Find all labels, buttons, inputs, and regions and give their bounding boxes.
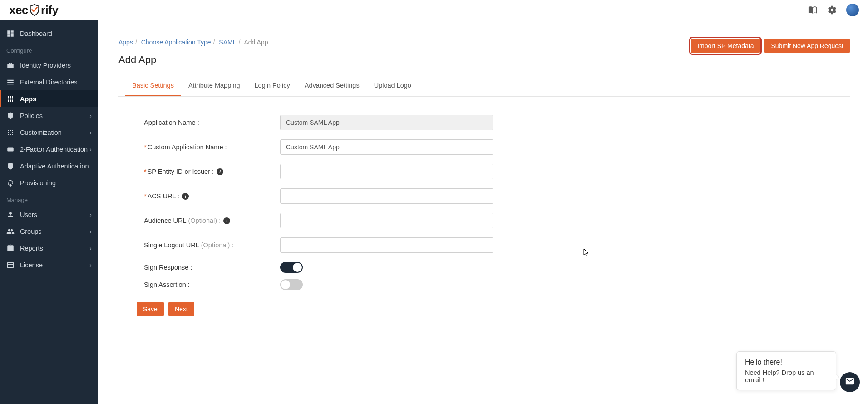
dashboard-icon [6, 30, 15, 38]
sign-response-toggle[interactable] [280, 262, 303, 273]
sp-entity-id-input[interactable] [280, 164, 493, 179]
shield-icon [29, 4, 40, 16]
sidebar-label: Provisioning [20, 179, 56, 187]
chevron-right-icon: › [89, 146, 92, 153]
application-name-input [280, 115, 493, 130]
header-actions [808, 4, 859, 16]
acs-url-label: *ACS URL :i [144, 192, 280, 200]
form-buttons: Save Next [137, 302, 850, 316]
tab-basic-settings[interactable]: Basic Settings [125, 75, 181, 96]
chevron-right-icon: › [89, 228, 92, 235]
sidebar-label: 2-Factor Authentication [20, 146, 88, 153]
import-sp-metadata-button[interactable]: Import SP Metadata [691, 39, 760, 53]
svg-rect-0 [7, 147, 14, 151]
sidebar-item-dashboard[interactable]: Dashboard [0, 25, 98, 42]
application-name-label: Application Name : [144, 119, 280, 126]
logo-text-right: rify [41, 3, 58, 17]
action-buttons: Import SP Metadata Submit New App Reques… [691, 39, 850, 53]
sidebar-label: Adaptive Authentication [20, 163, 89, 170]
mail-icon [845, 376, 855, 388]
custom-application-name-input[interactable] [280, 139, 493, 155]
avatar[interactable] [846, 4, 859, 16]
card-icon [6, 261, 15, 269]
tab-upload-logo[interactable]: Upload Logo [367, 75, 419, 96]
sidebar-label: Users [20, 211, 37, 218]
sidebar-item-users[interactable]: Users › [0, 206, 98, 223]
briefcase-icon [6, 61, 15, 69]
apps-icon [6, 95, 15, 103]
breadcrumb: Apps/ Choose Application Type/ SAML/ Add… [118, 39, 268, 46]
sidebar-section-manage: Manage [0, 191, 98, 206]
chevron-right-icon: › [89, 261, 92, 269]
chevron-right-icon: › [89, 129, 92, 136]
next-button[interactable]: Next [168, 302, 194, 316]
audience-url-label: Audience URL(Optional) :i [144, 217, 280, 224]
main-content: Apps/ Choose Application Type/ SAML/ Add… [98, 20, 868, 404]
breadcrumb-apps[interactable]: Apps [118, 39, 133, 46]
sidebar-item-customization[interactable]: Customization › [0, 124, 98, 141]
sidebar: Dashboard Configure Identity Providers E… [0, 20, 98, 404]
sidebar-item-external-directories[interactable]: External Directories [0, 74, 98, 90]
shield-check-icon [6, 162, 15, 170]
sidebar-item-2fa[interactable]: 2-Factor Authentication › [0, 141, 98, 158]
chat-greeting: Hello there! [745, 358, 828, 366]
tab-attribute-mapping[interactable]: Attribute Mapping [181, 75, 247, 96]
sync-icon [6, 179, 15, 187]
sidebar-label: Identity Providers [20, 62, 71, 69]
audience-url-input[interactable] [280, 213, 493, 228]
sign-response-label: Sign Response : [144, 264, 280, 271]
submit-new-app-request-button[interactable]: Submit New App Request [764, 39, 850, 53]
sign-assertion-label: Sign Assertion : [144, 281, 280, 288]
groups-icon [6, 227, 15, 236]
chat-tooltip: Hello there! Need Help? Drop us an email… [736, 351, 836, 390]
breadcrumb-saml[interactable]: SAML [219, 39, 236, 46]
logo[interactable]: xec rify [9, 3, 58, 17]
sidebar-label: Apps [20, 95, 36, 103]
sidebar-item-reports[interactable]: Reports › [0, 240, 98, 256]
breadcrumb-choose[interactable]: Choose Application Type [141, 39, 211, 46]
info-icon[interactable]: i [223, 217, 230, 224]
page-title: Add App [118, 54, 268, 66]
sidebar-label: Dashboard [20, 30, 52, 37]
number-icon [6, 145, 15, 153]
sidebar-item-adaptive[interactable]: Adaptive Authentication [0, 158, 98, 174]
tab-advanced-settings[interactable]: Advanced Settings [297, 75, 367, 96]
sidebar-item-provisioning[interactable]: Provisioning [0, 174, 98, 191]
tabs: Basic Settings Attribute Mapping Login P… [118, 75, 850, 97]
sidebar-label: Customization [20, 129, 62, 136]
chevron-right-icon: › [89, 245, 92, 252]
single-logout-url-label: Single Logout URL(Optional) : [144, 241, 280, 249]
sign-assertion-toggle[interactable] [280, 279, 303, 290]
puzzle-icon [6, 128, 15, 137]
sidebar-item-identity-providers[interactable]: Identity Providers [0, 57, 98, 74]
gear-icon[interactable] [827, 5, 837, 15]
form: Application Name : *Custom Application N… [118, 97, 850, 290]
info-icon[interactable]: i [217, 168, 223, 175]
chevron-right-icon: › [89, 211, 92, 218]
sidebar-label: License [20, 261, 43, 269]
book-icon[interactable] [808, 5, 818, 15]
save-button[interactable]: Save [137, 302, 164, 316]
chat-help-text: Need Help? Drop us an email ! [745, 369, 828, 384]
chevron-right-icon: › [89, 112, 92, 119]
sidebar-item-policies[interactable]: Policies › [0, 107, 98, 124]
single-logout-url-input[interactable] [280, 237, 493, 253]
sidebar-section-configure: Configure [0, 42, 98, 57]
sidebar-item-groups[interactable]: Groups › [0, 223, 98, 240]
sidebar-item-license[interactable]: License › [0, 256, 98, 273]
logo-text-left: xec [9, 3, 28, 17]
sidebar-label: Groups [20, 228, 42, 235]
shield-icon [6, 112, 15, 120]
list-icon [6, 78, 15, 86]
user-icon [6, 211, 15, 219]
chat-fab[interactable] [840, 372, 860, 392]
sidebar-label: External Directories [20, 79, 78, 86]
top-header: xec rify [0, 0, 868, 20]
clipboard-icon [6, 244, 15, 252]
sidebar-item-apps[interactable]: Apps [0, 90, 98, 107]
breadcrumb-current: Add App [244, 39, 268, 46]
info-icon[interactable]: i [182, 193, 189, 200]
tab-login-policy[interactable]: Login Policy [247, 75, 297, 96]
acs-url-input[interactable] [280, 188, 493, 204]
sidebar-label: Policies [20, 112, 43, 119]
